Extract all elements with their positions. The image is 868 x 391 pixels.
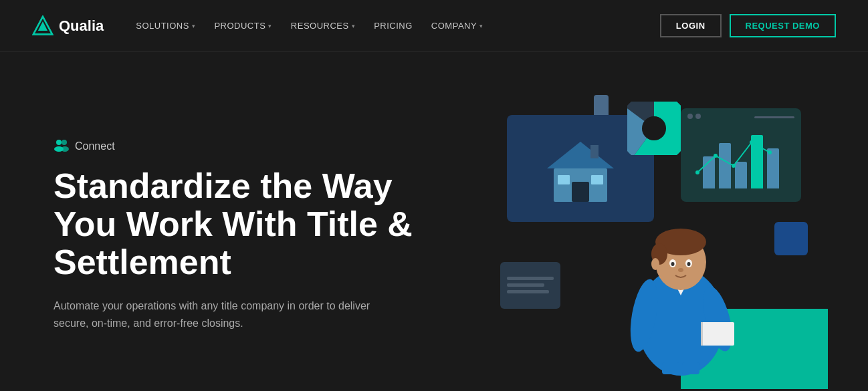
svg-point-20 (750, 140, 754, 144)
small-card (774, 222, 808, 255)
svg-rect-35 (701, 322, 703, 346)
hero-subtitle: Automate your operations with any title … (53, 297, 374, 332)
svg-rect-36 (662, 362, 679, 374)
svg-point-3 (62, 140, 67, 145)
svg-point-19 (732, 164, 736, 168)
svg-point-17 (695, 170, 699, 174)
svg-point-29 (671, 262, 675, 266)
nav-item-company[interactable]: COMPANY ▾ (423, 15, 492, 36)
hero-illustration (494, 95, 815, 376)
chevron-down-icon: ▾ (352, 23, 356, 29)
nav-right: LOGIN REQUEST DEMO (660, 14, 836, 37)
nav-item-products[interactable]: PRODUCTS ▾ (206, 15, 280, 36)
logo-text: Qualia (59, 17, 104, 35)
nav-item-pricing[interactable]: PRICING (366, 15, 421, 36)
connect-label: Connect (53, 138, 428, 155)
nav-left: Qualia SOLUTIONS ▾ PRODUCTS ▾ RESOURCES … (32, 15, 492, 37)
hero-section: Connect Standardize the Way You Work Wit… (0, 52, 868, 391)
connect-icon (53, 138, 70, 155)
svg-point-38 (651, 258, 659, 270)
logo-link[interactable]: Qualia (32, 15, 104, 37)
nav-item-resources[interactable]: RESOURCES ▾ (283, 15, 363, 36)
svg-point-16 (642, 116, 666, 140)
hero-title: Standardize the Way You Work With Title … (53, 167, 428, 282)
navbar: Qualia SOLUTIONS ▾ PRODUCTS ▾ RESOURCES … (0, 0, 868, 52)
svg-point-2 (56, 140, 62, 145)
chevron-down-icon: ▾ (479, 23, 483, 29)
svg-rect-37 (682, 362, 699, 374)
svg-point-21 (768, 150, 772, 154)
svg-rect-10 (558, 175, 570, 184)
chevron-down-icon: ▾ (268, 23, 272, 29)
request-demo-button[interactable]: REQUEST DEMO (730, 14, 836, 37)
svg-point-30 (687, 262, 691, 266)
svg-rect-12 (590, 145, 599, 158)
chevron-down-icon: ▾ (192, 23, 196, 29)
document-card (500, 262, 560, 309)
svg-point-31 (678, 268, 683, 272)
house-illustration (534, 132, 627, 205)
person-illustration (614, 175, 748, 376)
svg-rect-34 (701, 322, 734, 346)
login-button[interactable]: LOGIN (660, 14, 722, 37)
nav-links: SOLUTIONS ▾ PRODUCTS ▾ RESOURCES ▾ PRICI… (128, 15, 491, 36)
nav-item-solutions[interactable]: SOLUTIONS ▾ (128, 15, 203, 36)
pie-chart (627, 102, 681, 155)
svg-rect-9 (572, 182, 589, 202)
svg-point-18 (714, 154, 718, 158)
svg-point-5 (61, 146, 69, 152)
svg-rect-11 (591, 175, 603, 184)
qualia-logo-icon (32, 15, 53, 37)
hero-content: Connect Standardize the Way You Work Wit… (53, 138, 428, 332)
